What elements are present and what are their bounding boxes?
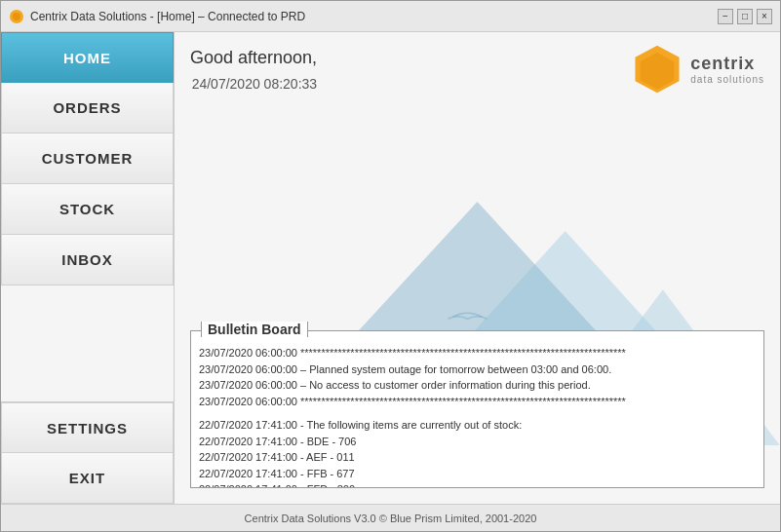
sidebar-item-customer[interactable]: CUSTOMER bbox=[1, 133, 174, 184]
header-left: Good afternoon, 24/07/2020 08:20:33 bbox=[190, 44, 317, 92]
header-right: centrix data solutions bbox=[632, 44, 764, 95]
bulletin-line: 22/07/2020 17:41:00 - FFB - 677 bbox=[199, 466, 756, 482]
maximize-button[interactable]: □ bbox=[737, 9, 753, 24]
bulletin-line: 22/07/2020 17:41:00 - FFD - 890 bbox=[199, 481, 756, 487]
sidebar: HOME ORDERS CUSTOMER STOCK INBOX SETTING… bbox=[1, 32, 175, 504]
logo-hexagon bbox=[632, 44, 683, 95]
app-icon bbox=[9, 9, 24, 24]
bulletin-content[interactable]: 23/07/2020 06:00:00 ********************… bbox=[191, 331, 763, 487]
footer: Centrix Data Solutions V3.0 © Blue Prism… bbox=[1, 504, 780, 531]
bulletin-board: Bulletin Board 23/07/2020 06:00:00 *****… bbox=[190, 330, 764, 488]
logo-sub-text: data solutions bbox=[690, 74, 764, 85]
greeting-text: Good afternoon, bbox=[190, 48, 317, 68]
bulletin-line: 23/07/2020 06:00:00 ********************… bbox=[199, 394, 756, 410]
right-header: Good afternoon, 24/07/2020 08:20:33 cent… bbox=[175, 32, 780, 102]
sidebar-item-stock[interactable]: STOCK bbox=[1, 184, 174, 235]
title-bar-controls: − □ × bbox=[718, 9, 772, 24]
main-content: HOME ORDERS CUSTOMER STOCK INBOX SETTING… bbox=[1, 32, 780, 504]
sidebar-item-orders[interactable]: ORDERS bbox=[1, 83, 174, 133]
bulletin-line: 22/07/2020 17:41:00 - BDE - 706 bbox=[199, 434, 756, 450]
logo-brand-text: centrix bbox=[690, 54, 755, 74]
nav-spacer bbox=[1, 285, 174, 401]
bulletin-line: 23/07/2020 06:00:00 ********************… bbox=[199, 345, 756, 361]
bulletin-line: 23/07/2020 06:00:00 – Planned system out… bbox=[199, 361, 756, 378]
main-window: Centrix Data Solutions - [Home] – Connec… bbox=[0, 0, 781, 532]
svg-point-1 bbox=[13, 13, 20, 20]
datetime-text: 24/07/2020 08:20:33 bbox=[190, 76, 317, 92]
title-bar: Centrix Data Solutions - [Home] – Connec… bbox=[1, 1, 780, 32]
close-button[interactable]: × bbox=[757, 9, 772, 24]
title-bar-left: Centrix Data Solutions - [Home] – Connec… bbox=[9, 9, 305, 24]
footer-text: Centrix Data Solutions V3.0 © Blue Prism… bbox=[245, 513, 537, 524]
bulletin-line: 23/07/2020 06:00:00 – No access to custo… bbox=[199, 377, 756, 394]
bulletin-title: Bulletin Board bbox=[201, 322, 308, 337]
logo: centrix data solutions bbox=[632, 44, 764, 95]
sidebar-item-settings[interactable]: SETTINGS bbox=[1, 402, 174, 453]
bulletin-line: 22/07/2020 17:41:00 - AEF - 011 bbox=[199, 449, 756, 466]
right-panel: Good afternoon, 24/07/2020 08:20:33 cent… bbox=[175, 32, 780, 504]
nav-bottom: SETTINGS EXIT bbox=[1, 401, 174, 504]
sidebar-item-inbox[interactable]: INBOX bbox=[1, 235, 174, 285]
bulletin-empty-line bbox=[199, 409, 756, 417]
bulletin-line: 22/07/2020 17:41:00 - The following item… bbox=[199, 417, 756, 434]
minimize-button[interactable]: − bbox=[718, 9, 733, 24]
bulletin-area: Bulletin Board 23/07/2020 06:00:00 *****… bbox=[190, 102, 764, 488]
sidebar-item-home[interactable]: HOME bbox=[1, 32, 174, 83]
sidebar-item-exit[interactable]: EXIT bbox=[1, 453, 174, 504]
logo-text: centrix data solutions bbox=[690, 54, 764, 85]
window-title: Centrix Data Solutions - [Home] – Connec… bbox=[30, 10, 305, 23]
